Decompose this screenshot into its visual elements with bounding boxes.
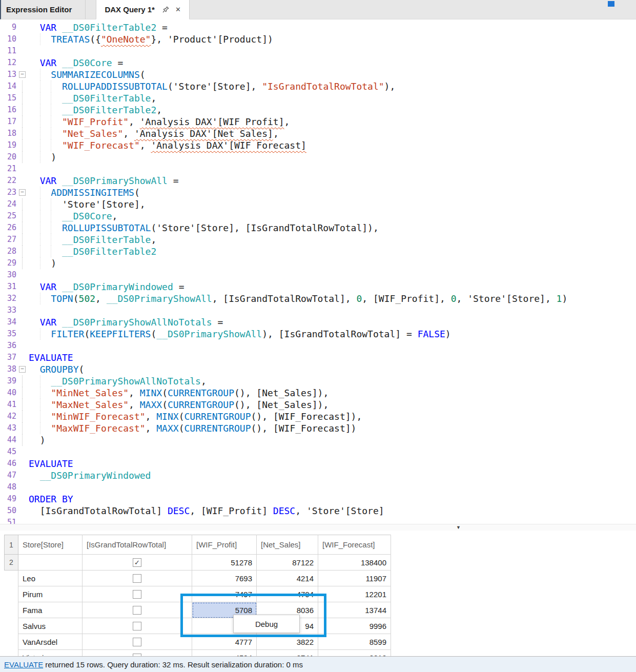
line-number[interactable]: 18 — [0, 128, 17, 139]
code-line[interactable]: 19 "WIF_Forecast", 'Analysis DAX'[WIF Fo… — [0, 139, 636, 151]
cell-store[interactable] — [18, 555, 83, 571]
line-number[interactable]: 30 — [0, 269, 17, 281]
line-number[interactable]: 32 — [0, 293, 17, 304]
code-line[interactable]: 14 ROLLUPADDISSUBTOTAL('Store'[Store], "… — [0, 80, 636, 92]
fold-collapse-icon[interactable]: − — [19, 71, 26, 78]
cell-grand-total-flag[interactable] — [83, 571, 192, 586]
code-line[interactable]: 33 — [0, 304, 636, 316]
cell-store[interactable]: Salvus — [18, 618, 83, 634]
column-header[interactable]: Store[Store] — [18, 535, 83, 555]
code-line[interactable]: 42 "MinWIF_Forecast", MINX(CURRENTGROUP(… — [0, 411, 636, 422]
line-number[interactable]: 45 — [0, 446, 17, 458]
cell-store[interactable]: Fama — [18, 602, 83, 618]
code-line[interactable]: 20 ) — [0, 151, 636, 163]
code-line[interactable]: 34 VAR __DS0PrimaryShowAllNoTotals = — [0, 316, 636, 328]
code-line[interactable]: 26 ROLLUPISSUBTOTAL('Store'[Store], [IsG… — [0, 222, 636, 234]
cell-wif-forecast[interactable]: 12201 — [318, 586, 391, 602]
code-line[interactable]: 50 [IsGrandTotalRowTotal] DESC, [WIF_Pro… — [0, 505, 636, 517]
line-number[interactable]: 29 — [0, 257, 17, 269]
code-line[interactable]: 45 — [0, 446, 636, 458]
cell-net-sales[interactable]: 4214 — [257, 571, 318, 586]
cell-wif-profit[interactable]: 4777 — [192, 634, 257, 650]
fold-collapse-icon[interactable]: − — [19, 366, 26, 373]
code-line[interactable]: 47 __DS0PrimaryWindowed — [0, 470, 636, 481]
line-number[interactable]: 33 — [0, 304, 17, 316]
code-line[interactable]: 28 __DS0FilterTable2 — [0, 246, 636, 257]
cell-grand-total-flag[interactable] — [83, 618, 192, 634]
line-number[interactable]: 23 — [0, 187, 17, 198]
code-line[interactable]: 23− ADDMISSINGITEMS( — [0, 187, 636, 198]
code-line[interactable]: 13− SUMMARIZECOLUMNS( — [0, 69, 636, 80]
line-number[interactable]: 49 — [0, 493, 17, 505]
line-number[interactable]: 47 — [0, 470, 17, 481]
debug-button[interactable]: Debug — [233, 615, 300, 633]
cell-wif-forecast[interactable]: 13744 — [318, 602, 391, 618]
line-number[interactable]: 9 — [0, 22, 17, 33]
cell-grand-total-flag[interactable] — [83, 586, 192, 602]
code-line[interactable]: 9 VAR __DS0FilterTable2 = — [0, 22, 636, 33]
cell-wif-profit[interactable]: 4594 — [192, 650, 257, 657]
line-number[interactable]: 40 — [0, 387, 17, 399]
tab-dax-query-1[interactable]: DAX Query 1* ✕ — [96, 0, 189, 19]
cell-wif-profit[interactable]: 7497 — [192, 586, 257, 602]
code-line[interactable]: 21 — [0, 163, 636, 175]
code-line[interactable]: 29 ) — [0, 257, 636, 269]
cell-grand-total-flag[interactable] — [83, 634, 192, 650]
line-number[interactable]: 19 — [0, 139, 17, 151]
line-number[interactable]: 48 — [0, 481, 17, 493]
code-line[interactable]: 15 __DS0FilterTable, — [0, 92, 636, 104]
code-line[interactable]: 40 "MinNet_Sales", MINX(CURRENTGROUP(), … — [0, 387, 636, 399]
line-number[interactable]: 21 — [0, 163, 17, 175]
column-header[interactable]: [WIF_Forecast] — [318, 535, 391, 555]
cell-net-sales[interactable]: 4704 — [257, 586, 318, 602]
evaluate-link[interactable]: EVALUATE — [4, 660, 43, 669]
code-line[interactable]: 12 VAR __DS0Core = — [0, 57, 636, 69]
cell-store[interactable]: Pirum — [18, 586, 83, 602]
row-header[interactable]: 1 — [5, 535, 18, 555]
line-number[interactable]: 17 — [0, 116, 17, 128]
collapse-arrow-icon[interactable]: ▼ — [456, 524, 461, 531]
line-number[interactable]: 28 — [0, 246, 17, 257]
line-number[interactable]: 46 — [0, 458, 17, 470]
mini-scrollbar-thumb[interactable] — [608, 1, 614, 7]
code-line[interactable]: 27 __DS0FilterTable, — [0, 234, 636, 246]
line-number[interactable]: 22 — [0, 175, 17, 187]
code-line[interactable]: 31 VAR __DS0PrimaryWindowed = — [0, 281, 636, 293]
code-line[interactable]: 36 — [0, 340, 636, 352]
line-number[interactable]: 15 — [0, 92, 17, 104]
line-number[interactable]: 34 — [0, 316, 17, 328]
results-splitter[interactable]: ▼ — [0, 524, 636, 531]
code-line[interactable]: 32 TOPN(502, __DS0PrimaryShowAll, [IsGra… — [0, 293, 636, 304]
code-line[interactable]: 43 "MaxWIF_Forecast", MAXX(CURRENTGROUP(… — [0, 422, 636, 434]
line-number[interactable]: 20 — [0, 151, 17, 163]
line-number[interactable]: 13 — [0, 69, 17, 80]
code-line[interactable]: 38− GROUPBY( — [0, 363, 636, 375]
cell-grand-total-flag[interactable] — [83, 650, 192, 657]
line-number[interactable]: 14 — [0, 80, 17, 92]
cell-net-sales[interactable]: 87122 — [257, 555, 318, 571]
line-number[interactable]: 35 — [0, 328, 17, 340]
code-line[interactable]: 49ORDER BY — [0, 493, 636, 505]
column-header[interactable]: [IsGrandTotalRowTotal] — [83, 535, 192, 555]
code-line[interactable]: 25 __DS0Core, — [0, 210, 636, 222]
cell-store[interactable]: VanArsdel — [18, 634, 83, 650]
cell-store[interactable]: Leo — [18, 571, 83, 586]
cell-wif-forecast[interactable]: 8599 — [318, 634, 391, 650]
column-header[interactable]: [Net_Sales] — [257, 535, 318, 555]
line-number[interactable]: 38 — [0, 363, 17, 375]
line-number[interactable]: 11 — [0, 45, 17, 57]
cell-wif-forecast[interactable]: 138400 — [318, 555, 391, 571]
line-number[interactable]: 27 — [0, 234, 17, 246]
code-line[interactable]: 39 __DS0PrimaryShowAllNoTotals, — [0, 375, 636, 387]
code-line[interactable]: 10 TREATAS({"OneNote"}, 'Product'[Produc… — [0, 33, 636, 45]
code-line[interactable]: 44 ) — [0, 434, 636, 446]
code-line[interactable]: 17 "WIF_Profit", 'Analysis DAX'[WIF Prof… — [0, 116, 636, 128]
code-line[interactable]: 46EVALUATE — [0, 458, 636, 470]
cell-net-sales[interactable]: 3822 — [257, 634, 318, 650]
code-line[interactable]: 37EVALUATE — [0, 352, 636, 363]
line-number[interactable]: 41 — [0, 399, 17, 411]
tab-expression-editor[interactable]: Expression Editor — [1, 0, 86, 19]
row-header[interactable]: 2 — [5, 555, 18, 571]
cell-wif-forecast[interactable]: 11907 — [318, 571, 391, 586]
cell-wif-profit[interactable]: 51278 — [192, 555, 257, 571]
